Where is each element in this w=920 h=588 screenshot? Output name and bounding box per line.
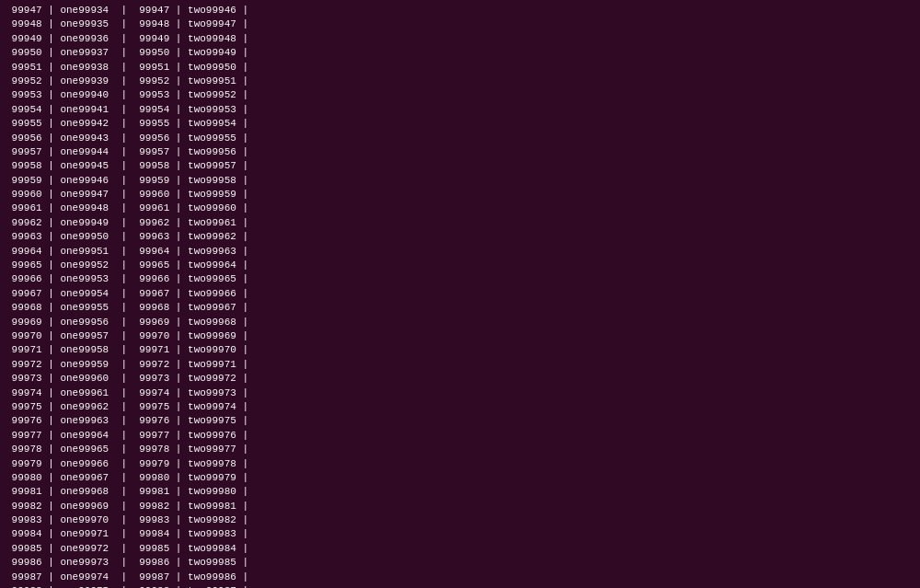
- terminal: 99947 | one99934 | 99947 | two99946 | 99…: [0, 0, 920, 588]
- table-output: 99947 | one99934 | 99947 | two99946 | 99…: [6, 4, 914, 588]
